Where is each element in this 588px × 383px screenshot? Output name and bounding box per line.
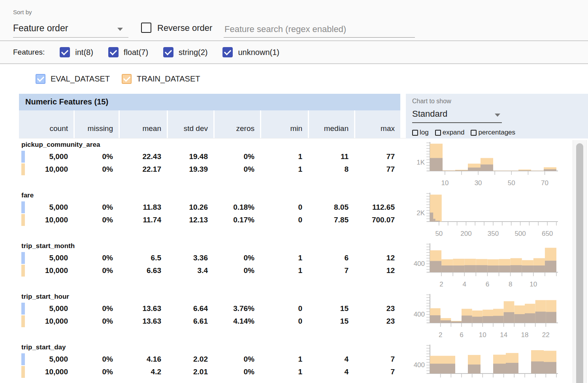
eval-overlap-bar	[544, 362, 556, 374]
filter-checkbox-int8[interactable]	[60, 47, 70, 57]
histogram-fare[interactable]: 2K50200350500650	[406, 190, 574, 241]
numeric-features-header: Numeric Features (15)	[19, 94, 400, 110]
eval-overlap-bar	[533, 265, 545, 272]
histogram-trip_start_day[interactable]: 400	[406, 342, 574, 383]
stat-cell-mean: 13.63	[119, 302, 167, 315]
stat-cell-missing: 0%	[74, 201, 119, 214]
stat-row-eval: 5,0000%6.53.360%1612	[19, 252, 400, 264]
chart-option-percentages: percentages	[471, 129, 515, 137]
chart-option-checkbox-expand[interactable]	[435, 130, 441, 136]
stat-cell-max: 77	[354, 163, 400, 176]
stat-row-train: 10,0000%22.1719.390%1877	[19, 163, 400, 176]
feature-name: trip_start_hour	[19, 291, 400, 301]
feature-filter-string2: string(2)	[163, 47, 207, 57]
feature-filters-row: Features: int(8)float(7)string(2)unknown…	[0, 41, 588, 64]
x-tick-label: 200	[460, 230, 471, 237]
stat-cell-zeros: 0%	[213, 163, 260, 176]
dataset-color-swatch	[21, 315, 25, 327]
column-header-missing: missing	[74, 110, 119, 138]
feature-order-select[interactable]: Feature order	[13, 21, 128, 38]
numeric-features-title: Numeric Features (15)	[19, 94, 400, 106]
stat-cell-median: 7	[308, 264, 354, 277]
histogram-trip_start_hour[interactable]: 4002610141822	[406, 291, 574, 342]
stat-cell-mean: 13.63	[119, 315, 167, 328]
stat-cell-min: 0	[260, 315, 308, 328]
features-filter-label: Features:	[13, 48, 45, 57]
filter-checkbox-string2[interactable]	[163, 47, 173, 57]
checkmark-icon	[110, 48, 117, 55]
column-header-mean: mean	[119, 110, 167, 138]
stat-row-train: 10,0000%4.22.010%147	[19, 366, 400, 378]
dataset-legend-item-eval_dataset: EVAL_DATASET	[36, 74, 110, 84]
eval-overlap-bar	[476, 265, 487, 272]
column-header-min: min	[260, 110, 308, 138]
stat-cell-zeros: 0%	[213, 353, 260, 366]
stat-row-eval: 5,0000%22.4319.480%11177	[19, 150, 400, 163]
stat-cell-std_dev: 10.26	[167, 201, 213, 214]
histogram-trip_start_month[interactable]: 400246810	[406, 241, 574, 291]
stat-cell-std_dev: 6.64	[167, 302, 213, 315]
eval-overlap-bar	[482, 316, 493, 323]
eval-overlap-bar	[522, 265, 533, 272]
feature-search-input[interactable]	[224, 21, 415, 38]
toolbar: Sort by Feature order Reverse order	[0, 0, 588, 41]
x-tick-label: 50	[508, 179, 515, 187]
x-tick-label: 500	[514, 230, 526, 237]
chart-option-checkbox-log[interactable]	[412, 130, 418, 136]
eval-overlap-bar	[435, 221, 440, 222]
stat-cell-std_dev: 19.39	[167, 163, 213, 176]
filter-checkbox-float7[interactable]	[108, 47, 119, 57]
stat-cell-max: 12	[354, 252, 400, 264]
x-tick-label: 650	[542, 230, 553, 237]
x-tick-label: 70	[541, 179, 548, 187]
x-tick-label: 10	[530, 281, 537, 288]
filter-checkbox-unknown1[interactable]	[222, 47, 233, 57]
chevron-down-icon	[117, 28, 123, 31]
eval-overlap-bar	[472, 317, 483, 323]
stat-cell-missing: 0%	[74, 214, 119, 226]
dataset-legend: EVAL_DATASETTRAIN_DATASET	[0, 64, 588, 93]
eval-overlap-bar	[506, 363, 518, 374]
stat-row-train: 10,0000%6.633.40%1712	[19, 264, 400, 277]
checkmark-icon	[37, 74, 44, 82]
checkmark-icon	[224, 48, 231, 55]
chart-type-select[interactable]: Standard	[412, 108, 502, 123]
scrollbar-thumb[interactable]	[576, 143, 583, 383]
stat-row-eval: 5,0000%11.8310.260.18%08.05112.65	[19, 201, 400, 214]
reverse-order-checkbox[interactable]	[141, 23, 151, 33]
y-axis-label: 400	[414, 260, 425, 267]
x-tick-label: 30	[475, 179, 482, 187]
stat-cell-missing: 0%	[74, 150, 119, 163]
chart-option-expand: expand	[435, 129, 465, 137]
eval-overlap-bar	[462, 316, 472, 323]
chart-option-checkbox-percentages[interactable]	[471, 130, 477, 136]
vertical-scrollbar[interactable]	[573, 140, 587, 383]
dataset-color-swatch	[21, 303, 25, 315]
stat-cell-count: 5,000	[19, 353, 74, 366]
dataset-checkbox-eval_dataset[interactable]	[36, 74, 45, 84]
x-tick-label: 22	[542, 331, 550, 339]
chart-option-toggles: logexpandpercentages	[412, 129, 522, 137]
dataset-checkbox-train_dataset[interactable]	[122, 74, 132, 84]
stat-row-train: 10,0000%13.636.614.14%01523	[19, 315, 400, 328]
eval-overlap-bar	[468, 167, 481, 171]
stat-cell-mean: 4.16	[119, 353, 167, 366]
histogram-pickup_community_area[interactable]: 1K10305070	[406, 139, 574, 190]
stat-cell-zeros: 4.14%	[213, 315, 260, 328]
stat-cell-zeros: 0%	[213, 252, 260, 264]
stat-cell-mean: 22.17	[119, 163, 167, 176]
stat-cell-median: 4	[308, 353, 354, 366]
stat-cell-zeros: 0.17%	[213, 214, 260, 226]
stat-cell-min: 1	[260, 366, 308, 378]
stat-cell-missing: 0%	[74, 252, 119, 264]
stats-column-header: countmissingmeanstd devzerosminmedianmax	[19, 110, 400, 138]
stat-cell-min: 1	[260, 163, 308, 176]
stat-cell-median: 15	[308, 315, 354, 328]
y-axis-label: 400	[414, 311, 425, 318]
dataset-label: EVAL_DATASET	[51, 74, 110, 83]
feature-block-fare: fare5,0000%11.8310.260.18%08.05112.6510,…	[19, 190, 400, 241]
stat-cell-zeros: 3.76%	[213, 302, 260, 315]
eval-overlap-bar	[481, 165, 493, 171]
stat-cell-max: 77	[354, 150, 400, 163]
eval-overlap-bar	[544, 169, 556, 171]
